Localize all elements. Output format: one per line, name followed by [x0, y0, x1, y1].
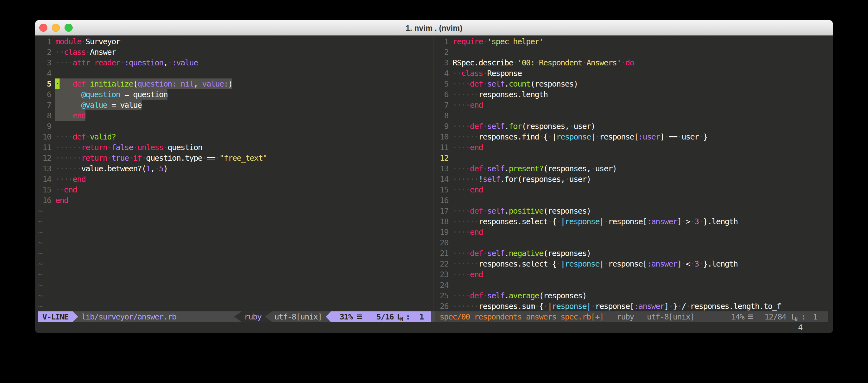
code-text: ······responses.sum·{·|response|·respons…	[453, 301, 781, 311]
code-token: ····	[453, 143, 470, 152]
line-number: 25	[435, 290, 448, 301]
code-token: ····	[453, 164, 470, 173]
code-line[interactable]: 22······responses.select·{·|response|·re…	[35, 258, 833, 269]
code-token: positive	[509, 206, 544, 215]
code-token: .	[504, 164, 509, 173]
code-token: def	[470, 164, 483, 173]
code-line[interactable]: 2	[35, 47, 833, 57]
line-number: 26	[435, 301, 448, 311]
code-line[interactable]: 6······responses.length	[35, 89, 833, 100]
code-text: ······responses.find·{·|response|·respon…	[453, 131, 707, 142]
line-position: 5/16	[376, 311, 394, 322]
powerline-arrow-right	[73, 311, 78, 322]
file-path: lib/surveyor/answer.rb	[82, 311, 177, 322]
code-line[interactable]: 25····def·self.average(responses)	[35, 290, 833, 301]
code-token: (responses,·user)	[544, 164, 617, 173]
code-line[interactable]: 8	[35, 110, 833, 121]
code-line[interactable]: 10······responses.find·{·|response|·resp…	[35, 131, 833, 142]
code-token: ·	[483, 37, 487, 46]
code-line[interactable]: 13····def·self.present?(responses,·user)	[35, 163, 833, 174]
statusline-junction	[431, 311, 435, 322]
powerline-wedge-y	[265, 311, 272, 322]
code-token: ······!	[453, 174, 483, 184]
encoding-label: utf-8[unix]	[274, 311, 322, 322]
code-token: (responses)	[539, 291, 586, 300]
code-line[interactable]: 11····end	[35, 142, 833, 152]
code-token: response	[565, 259, 599, 269]
terminal-window: 1. nvim . (nvim) 1module·Surveyor2··clas…	[35, 20, 833, 333]
code-token: ]·<·	[677, 259, 694, 269]
code-token: response	[565, 217, 599, 226]
code-line[interactable]: 24	[35, 280, 833, 290]
code-line[interactable]: 19····end	[35, 227, 833, 237]
code-token: ··	[453, 69, 461, 78]
lines-icon	[357, 314, 362, 319]
code-token: 3	[694, 217, 699, 226]
powerline-wedge-x	[234, 311, 242, 322]
code-token: ·	[483, 121, 487, 131]
code-line[interactable]: 21····def·self.negative(responses)	[35, 248, 833, 258]
showcmd: 4	[798, 322, 803, 333]
code-text: ····def·self.for(responses,·user)	[453, 121, 595, 131]
code-token: ·}.length	[699, 259, 738, 269]
code-token: 'spec_helper'	[487, 37, 543, 46]
mode-indicator: V-LINE	[42, 311, 68, 322]
code-token: (responses,·user)	[522, 121, 595, 131]
code-token: ····	[453, 227, 470, 237]
code-line[interactable]: 12	[35, 152, 833, 163]
code-token: ·	[483, 291, 487, 300]
code-token: ······responses.length	[453, 90, 548, 99]
code-text: ····def·self.positive(responses)	[453, 206, 591, 216]
powerline-wedge-z	[326, 311, 331, 322]
colon-separator: :	[406, 311, 410, 322]
filetype-label: ruby	[617, 311, 634, 322]
window-titlebar[interactable]: 1. nvim . (nvim)	[35, 20, 833, 35]
code-token: response	[552, 302, 586, 311]
code-line[interactable]: 7····end	[35, 100, 833, 110]
code-text: ······responses.length	[453, 89, 548, 100]
code-token: def	[470, 291, 483, 300]
nvim-terminal[interactable]: 1module·Surveyor2··class·Answer3····attr…	[35, 35, 833, 333]
code-token: .	[504, 79, 509, 89]
code-token: ····	[453, 121, 470, 131]
code-line[interactable]: 23····end	[35, 269, 833, 280]
code-token: end	[470, 143, 483, 152]
code-token: ····	[453, 185, 470, 194]
code-line[interactable]: 16	[35, 195, 833, 206]
line-number: 24	[435, 280, 448, 290]
code-text: ····def·self.present?(responses,·user)	[453, 163, 617, 174]
code-token: present?	[509, 164, 544, 173]
filetype-label: ruby	[244, 311, 261, 322]
encoding-label: utf-8[unix]	[647, 311, 694, 322]
code-line[interactable]: 17····def·self.positive(responses)	[35, 206, 833, 216]
line-number: 18	[435, 216, 448, 227]
code-token: end	[470, 185, 483, 194]
line-number: 9	[435, 121, 448, 131]
code-line[interactable]: 9····def·self.for(responses,·user)	[35, 121, 833, 131]
code-line[interactable]: 18······responses.select·{·|response|·re…	[35, 216, 833, 227]
line-number: 14	[435, 174, 448, 184]
code-token: self	[487, 248, 504, 258]
code-token: (responses)	[544, 248, 591, 258]
line-number-icon: LN	[397, 311, 403, 323]
code-token: ······responses.select·{·|	[453, 217, 565, 226]
code-token: ·	[483, 164, 487, 173]
code-token: def	[470, 79, 483, 89]
window-title: 1. nvim . (nvim)	[35, 20, 833, 35]
code-token: .	[504, 248, 509, 258]
code-line[interactable]: 1require·'spec_helper'	[35, 36, 833, 47]
code-line[interactable]: 4··class·Response	[35, 68, 833, 78]
code-token: ·	[483, 206, 487, 215]
code-line[interactable]: 14······!self.for(responses,·user)	[35, 174, 833, 184]
code-token: :answer	[634, 302, 664, 311]
code-token: self	[487, 121, 504, 131]
line-number: 1	[435, 36, 448, 47]
code-line[interactable]: 26······responses.sum·{·|response|·respo…	[35, 301, 833, 311]
code-token: .	[504, 206, 509, 215]
code-line[interactable]: 20	[35, 237, 833, 248]
code-token: for	[509, 121, 522, 131]
code-line[interactable]: 15····end	[35, 184, 833, 195]
line-number: 3	[435, 57, 448, 68]
code-line[interactable]: 5····def·self.count(responses)	[35, 78, 833, 89]
code-line[interactable]: 3RSpec.describe·'00:·Respondent·Answers'…	[35, 57, 833, 68]
